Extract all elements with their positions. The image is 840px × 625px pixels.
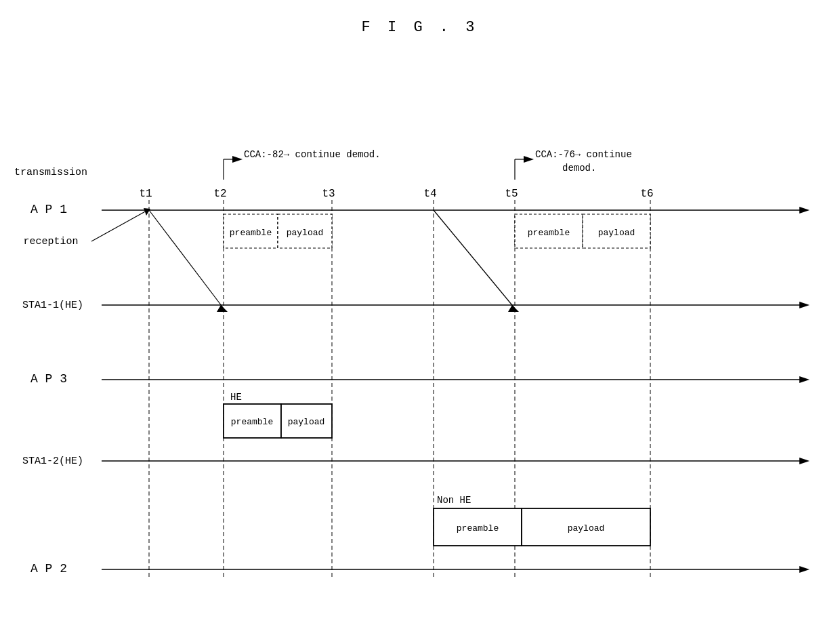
ap1-label: A P 1 xyxy=(30,203,67,216)
svg-line-24 xyxy=(434,210,515,308)
he-label-text: HE xyxy=(230,392,242,403)
ap3-label: A P 3 xyxy=(30,372,67,386)
ap2-payload-text: payload xyxy=(568,523,605,533)
sta1-2-payload-text: payload xyxy=(288,417,325,427)
t2-label: t2 xyxy=(213,188,226,200)
cca2-text: CCA:-76→ continue xyxy=(535,149,632,160)
svg-marker-7 xyxy=(799,458,810,464)
svg-marker-3 xyxy=(799,302,810,308)
svg-marker-21 xyxy=(524,156,534,163)
svg-marker-5 xyxy=(799,376,810,383)
ap1-payload1-text: payload xyxy=(287,228,324,238)
non-he-label-text: Non HE xyxy=(437,495,471,506)
svg-line-22 xyxy=(149,210,224,308)
sta1-1-label: STA1-1(HE) xyxy=(22,300,83,311)
ap1-preamble1-text: preamble xyxy=(230,228,272,238)
t6-label: t6 xyxy=(640,188,653,200)
t4-label: t4 xyxy=(423,188,436,200)
ap2-preamble-text: preamble xyxy=(457,523,499,533)
main-diagram: t1 t2 t3 t4 t5 t6 transmission A P 1 rec… xyxy=(0,0,840,625)
svg-marker-9 xyxy=(799,566,810,573)
sta1-2-label: STA1-2(HE) xyxy=(22,456,83,467)
t3-label: t3 xyxy=(322,188,335,200)
ap2-label: A P 2 xyxy=(30,562,67,576)
sta1-2-preamble-text: preamble xyxy=(231,417,273,427)
svg-marker-18 xyxy=(232,156,243,163)
t5-label: t5 xyxy=(505,188,518,200)
ap1-preamble2-text: preamble xyxy=(528,228,570,238)
reception-label: reception xyxy=(23,236,78,247)
svg-marker-1 xyxy=(799,207,810,214)
svg-marker-25 xyxy=(508,305,519,312)
ap1-payload2-text: payload xyxy=(598,228,635,238)
cca1-text: CCA:-82→ continue demod. xyxy=(244,149,381,160)
svg-line-26 xyxy=(91,210,148,241)
cca2-demod: demod. xyxy=(562,163,596,174)
transmission-label: transmission xyxy=(14,167,87,178)
t1-label: t1 xyxy=(139,188,152,200)
diagram-container: F I G . 3 t1 t2 xyxy=(0,0,840,625)
